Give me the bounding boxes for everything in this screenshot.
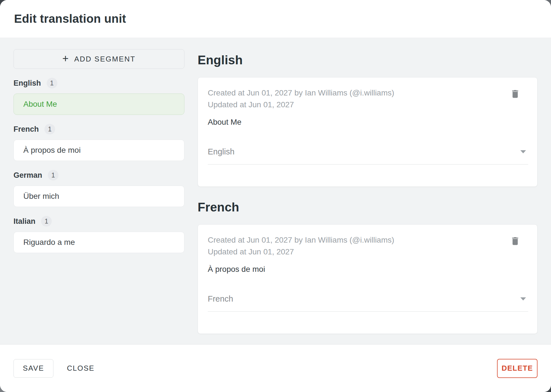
trash-icon bbox=[510, 96, 520, 100]
segment-text: À propos de moi bbox=[208, 265, 528, 274]
chevron-down-icon bbox=[520, 297, 526, 300]
created-line: Created at Jun 01, 2027 by Ian Williams … bbox=[208, 87, 394, 99]
segment-count-badge: 1 bbox=[47, 78, 57, 88]
segments-sidebar: + ADD SEGMENT English 1 About Me French … bbox=[13, 49, 184, 344]
segment-item-italian[interactable]: Riguardo a me bbox=[13, 232, 184, 253]
created-line: Created at Jun 01, 2027 by Ian Williams … bbox=[208, 234, 394, 246]
delete-segment-button[interactable] bbox=[508, 87, 522, 101]
language-label: French bbox=[13, 125, 39, 134]
segment-count-badge: 1 bbox=[48, 170, 58, 181]
trash-icon bbox=[510, 243, 520, 247]
edit-translation-unit-dialog: Edit translation unit + ADD SEGMENT Engl… bbox=[0, 0, 551, 392]
group-label: Italian 1 bbox=[13, 216, 184, 227]
language-select[interactable]: French bbox=[208, 294, 528, 312]
language-group-french: French 1 À propos de moi bbox=[13, 124, 184, 161]
updated-line: Updated at Jun 01, 2027 bbox=[208, 246, 394, 258]
close-button[interactable]: CLOSE bbox=[64, 361, 97, 375]
section-heading-french: French bbox=[198, 200, 538, 214]
save-button[interactable]: SAVE bbox=[13, 359, 53, 378]
plus-icon: + bbox=[62, 53, 69, 64]
segment-item-french[interactable]: À propos de moi bbox=[13, 140, 184, 161]
segment-detail-panel: English Created at Jun 01, 2027 by Ian W… bbox=[198, 49, 538, 344]
delete-segment-button[interactable] bbox=[508, 234, 522, 248]
dialog-title: Edit translation unit bbox=[14, 12, 126, 26]
language-group-english: English 1 About Me bbox=[13, 78, 184, 115]
language-select-value: English bbox=[208, 147, 234, 156]
updated-line: Updated at Jun 01, 2027 bbox=[208, 99, 394, 111]
segment-item-german[interactable]: Über mich bbox=[13, 186, 184, 207]
language-label: German bbox=[13, 171, 42, 180]
group-label: English 1 bbox=[13, 78, 184, 88]
dialog-content: + ADD SEGMENT English 1 About Me French … bbox=[0, 38, 551, 344]
segment-item-english[interactable]: About Me bbox=[13, 94, 184, 115]
segment-card-english: Created at Jun 01, 2027 by Ian Williams … bbox=[198, 77, 538, 187]
language-label: Italian bbox=[13, 217, 35, 226]
add-segment-label: ADD SEGMENT bbox=[74, 55, 136, 63]
card-top: Created at Jun 01, 2027 by Ian Williams … bbox=[208, 234, 528, 258]
segment-card-french: Created at Jun 01, 2027 by Ian Williams … bbox=[198, 224, 538, 334]
chevron-down-icon bbox=[520, 150, 526, 153]
language-select-value: French bbox=[208, 294, 233, 304]
segment-meta: Created at Jun 01, 2027 by Ian Williams … bbox=[208, 234, 394, 258]
segment-text: About Me bbox=[208, 117, 528, 127]
language-select[interactable]: English bbox=[208, 147, 528, 165]
dialog-footer: SAVE CLOSE DELETE bbox=[0, 344, 551, 392]
language-group-italian: Italian 1 Riguardo a me bbox=[13, 216, 184, 253]
card-top: Created at Jun 01, 2027 by Ian Williams … bbox=[208, 87, 528, 111]
segment-meta: Created at Jun 01, 2027 by Ian Williams … bbox=[208, 87, 394, 111]
language-group-german: German 1 Über mich bbox=[13, 170, 184, 207]
section-heading-english: English bbox=[198, 53, 538, 67]
group-label: French 1 bbox=[13, 124, 184, 135]
segment-count-badge: 1 bbox=[41, 216, 52, 227]
group-label: German 1 bbox=[13, 170, 184, 181]
language-label: English bbox=[13, 79, 41, 88]
segment-count-badge: 1 bbox=[44, 124, 55, 135]
dialog-header: Edit translation unit bbox=[0, 0, 551, 38]
delete-button[interactable]: DELETE bbox=[497, 359, 538, 378]
add-segment-button[interactable]: + ADD SEGMENT bbox=[13, 49, 184, 69]
